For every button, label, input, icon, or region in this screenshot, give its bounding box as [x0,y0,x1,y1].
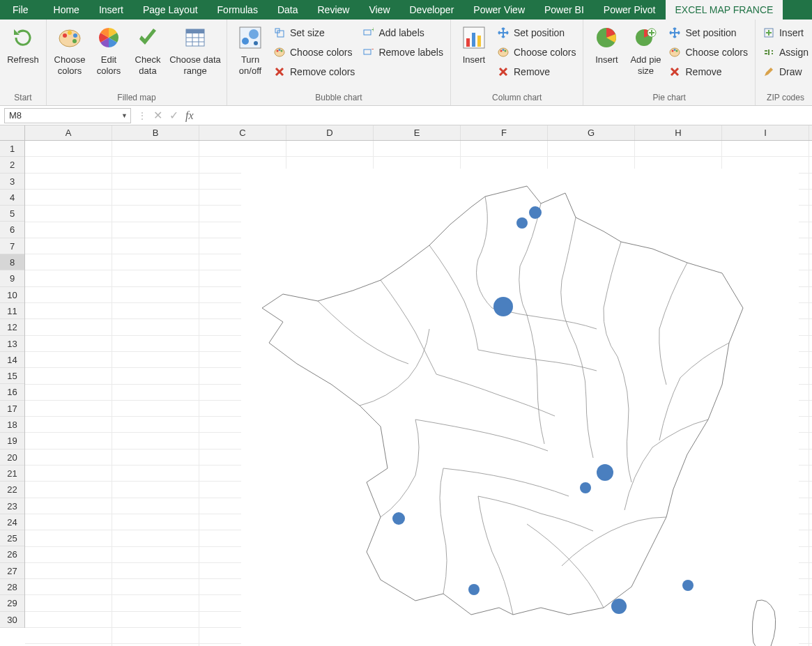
chevron-down-icon[interactable]: ▼ [121,112,128,119]
column-header[interactable]: H [635,125,722,140]
pie-set-position-button[interactable]: Set position [666,25,751,40]
enter-icon[interactable]: ✓ [169,109,178,122]
tab-view[interactable]: View [359,0,399,20]
tab-insert[interactable]: Insert [89,0,133,20]
row-header[interactable]: 13 [0,336,24,352]
add-pie-size-button[interactable]: Add pie size [627,22,664,76]
row-header[interactable]: 30 [0,612,24,628]
row-header[interactable]: 12 [0,319,24,335]
tab-power-view[interactable]: Power View [464,0,535,20]
check-data-button[interactable]: Check data [129,22,167,76]
column-header[interactable]: D [286,125,374,140]
add-labels-button[interactable]: + Add labels [359,25,446,40]
remove-colors-button[interactable]: Remove colors [270,64,358,79]
row-header[interactable]: 26 [0,546,24,562]
name-box[interactable]: M8 ▼ [4,108,131,123]
map-bubble[interactable] [682,580,694,591]
choose-colors-button[interactable]: Choose colors [51,22,89,76]
pie-remove-button[interactable]: Remove [666,64,751,79]
row-header[interactable]: 1 [0,141,24,157]
add-label-icon: + [362,26,374,39]
tab-review[interactable]: Review [308,0,360,20]
row-header[interactable]: 10 [0,287,24,303]
column-set-position-button[interactable]: Set position [494,25,579,40]
select-all-corner[interactable] [0,125,25,141]
tab-data[interactable]: Data [268,0,308,20]
svg-rect-27 [466,38,470,47]
row-header[interactable]: 9 [0,270,24,286]
column-header[interactable]: C [199,125,286,140]
zip-draw-button[interactable]: Draw [760,64,811,79]
row-header[interactable]: 17 [0,401,24,417]
row-header[interactable]: 23 [0,498,24,514]
refresh-button[interactable]: Refresh [4,22,42,66]
column-remove-button[interactable]: Remove [494,64,579,79]
tab-power-bi[interactable]: Power BI [535,0,594,20]
row-header[interactable]: 6 [0,222,24,238]
column-header[interactable]: A [25,125,112,140]
zip-insert-button[interactable]: Insert [760,25,811,40]
column-choose-colors-button[interactable]: Choose colors [494,45,579,60]
column-header[interactable]: F [461,125,548,140]
row-header[interactable]: 5 [0,206,24,222]
dots-icon[interactable]: ⋮ [138,111,146,121]
tab-home[interactable]: Home [44,0,89,20]
svg-point-31 [500,50,502,52]
choose-data-range-button[interactable]: Choose data range [168,22,222,76]
row-header[interactable]: 25 [0,530,24,546]
row-header[interactable]: 24 [0,514,24,530]
map-bubble[interactable] [611,599,627,614]
pie-choose-colors-button[interactable]: Choose colors [666,45,751,60]
row-header[interactable]: 16 [0,384,24,400]
france-map-chart[interactable] [241,169,799,646]
column-header[interactable]: B [112,125,199,140]
row-header[interactable]: 28 [0,579,24,595]
map-bubble[interactable] [493,297,513,316]
row-header[interactable]: 2 [0,157,24,173]
row-header[interactable]: 14 [0,352,24,368]
row-header[interactable]: 7 [0,238,24,254]
row-header[interactable]: 29 [0,595,24,611]
row-header[interactable]: 15 [0,368,24,384]
fill-handle[interactable] [45,266,49,270]
row-header[interactable]: 4 [0,190,24,206]
row-header[interactable]: 21 [0,466,24,482]
tab-formulas[interactable]: Formulas [208,0,268,20]
map-bubble[interactable] [529,206,542,219]
remove-labels-label: Remove labels [378,47,443,58]
map-bubble[interactable] [468,584,480,595]
map-bubble[interactable] [580,482,591,493]
row-header[interactable]: 19 [0,433,24,449]
map-bubble[interactable] [516,217,528,229]
row-header[interactable]: 8 [0,254,24,270]
column-header[interactable]: E [374,125,461,140]
row-header[interactable]: 27 [0,563,24,579]
remove-labels-button[interactable]: − Remove labels [359,45,446,60]
column-header[interactable]: I [722,125,809,140]
row-header[interactable]: 11 [0,303,24,319]
set-size-button[interactable]: Set size [270,25,358,40]
tab-file[interactable]: File [0,0,44,20]
map-bubble[interactable] [392,512,405,525]
pie-insert-button[interactable]: Insert [588,22,625,66]
bubble-choose-colors-button[interactable]: Choose colors [270,45,358,60]
fx-label[interactable]: fx [185,109,194,122]
tab-developer[interactable]: Developer [400,0,464,20]
column-insert-button[interactable]: Insert [455,22,493,66]
zip-assign-button[interactable]: Assign [760,45,811,60]
cancel-icon[interactable]: ✕ [153,109,162,122]
formula-input[interactable] [201,108,812,123]
row-header[interactable]: 3 [0,174,24,190]
cells-grid[interactable] [25,141,812,646]
bubble-turn-button[interactable]: Turn on/off [231,22,269,76]
tab-power-pivot[interactable]: Power Pivot [594,0,666,20]
tab-excel-map-france[interactable]: EXCEL MAP FRANCE [666,0,783,20]
row-header[interactable]: 18 [0,417,24,433]
column-header[interactable]: G [548,125,635,140]
map-bubble[interactable] [597,464,613,481]
row-header[interactable]: 22 [0,482,24,498]
row-header[interactable]: 20 [0,449,24,466]
svg-point-3 [73,33,77,38]
tab-page-layout[interactable]: Page Layout [133,0,208,20]
edit-colors-button[interactable]: Edit colors [90,22,128,76]
